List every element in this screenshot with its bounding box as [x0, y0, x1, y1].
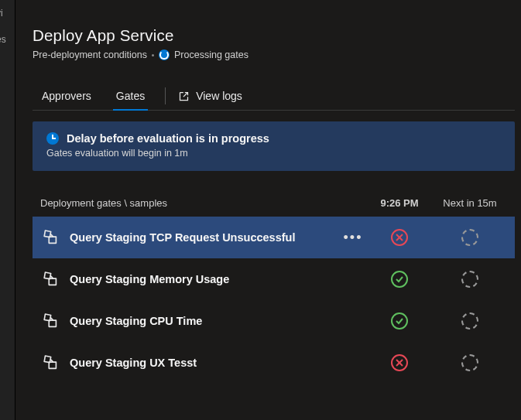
- pending-icon: [461, 312, 478, 330]
- gate-next-status: [433, 354, 507, 371]
- status-fail-icon: [391, 229, 408, 246]
- pending-icon: [461, 271, 478, 288]
- header-time: 9:26 PM: [366, 197, 433, 209]
- tab-approvers[interactable]: Approvers: [40, 82, 93, 110]
- pending-icon: [461, 229, 478, 246]
- banner-subtitle: Gates evaluation will begin in 1m: [46, 148, 502, 159]
- gate-next-status: [433, 312, 507, 330]
- status-pass-icon: [391, 271, 408, 288]
- gate-label: Query Staging Memory Usage: [62, 273, 340, 285]
- status-pass-icon: [391, 312, 408, 330]
- breadcrumb: Pre-deployment conditions Processing gat…: [33, 50, 521, 60]
- gate-list-header: Deployment gates \ samples 9:26 PM Next …: [33, 197, 515, 217]
- clock-icon: [46, 132, 59, 145]
- header-next: Next in 15m: [433, 197, 507, 209]
- tab-gates[interactable]: Gates: [115, 82, 146, 110]
- gate-row[interactable]: Query Staging CPU Time: [33, 300, 515, 342]
- gate-task-icon: [40, 229, 62, 246]
- gate-next-status: [433, 229, 507, 246]
- gate-row[interactable]: Query Staging UX Tesst: [33, 342, 515, 384]
- gate-overflow-menu[interactable]: •••: [340, 230, 366, 246]
- gate-row[interactable]: Query Staging Memory Usage: [33, 258, 515, 300]
- gate-label: Query Staging CPU Time: [62, 315, 340, 327]
- status-fail-icon: [391, 354, 408, 371]
- gate-label: Query Staging UX Tesst: [62, 357, 340, 369]
- gate-task-icon: [40, 271, 62, 288]
- gate-status: [366, 271, 433, 288]
- view-logs-link[interactable]: View logs: [178, 90, 242, 102]
- gate-next-status: [433, 271, 507, 288]
- spinner-icon: [159, 50, 170, 60]
- left-rail: vi es: [0, 0, 15, 420]
- rail-item[interactable]: vi: [0, 0, 15, 26]
- banner-title: Delay before evaluation is in progress: [67, 132, 269, 145]
- gate-task-icon: [40, 312, 62, 330]
- gate-list: Query Staging TCP Request Unsuccessful••…: [33, 217, 521, 384]
- gate-status: [366, 229, 433, 246]
- gate-label: Query Staging TCP Request Unsuccessful: [62, 231, 340, 244]
- tab-separator: [165, 87, 166, 104]
- rail-item[interactable]: es: [0, 26, 15, 53]
- view-logs-label: View logs: [196, 90, 242, 102]
- pending-icon: [461, 354, 478, 371]
- tabs-divider: [33, 110, 515, 111]
- open-external-icon: [178, 90, 190, 102]
- tabs: Approvers Gates View logs: [33, 82, 521, 110]
- delay-banner: Delay before evaluation is in progress G…: [33, 121, 515, 171]
- breadcrumb-status: Processing gates: [174, 50, 249, 60]
- separator-dot: [152, 54, 154, 56]
- gate-row[interactable]: Query Staging TCP Request Unsuccessful••…: [33, 217, 515, 258]
- breadcrumb-pre: Pre-deployment conditions: [33, 50, 147, 60]
- deployment-panel: Deploy App Service Pre-deployment condit…: [20, 0, 521, 420]
- page-title: Deploy App Service: [33, 26, 521, 45]
- header-name: Deployment gates \ samples: [40, 197, 366, 209]
- gate-task-icon: [40, 354, 62, 371]
- gate-status: [366, 354, 433, 371]
- gate-status: [366, 312, 433, 330]
